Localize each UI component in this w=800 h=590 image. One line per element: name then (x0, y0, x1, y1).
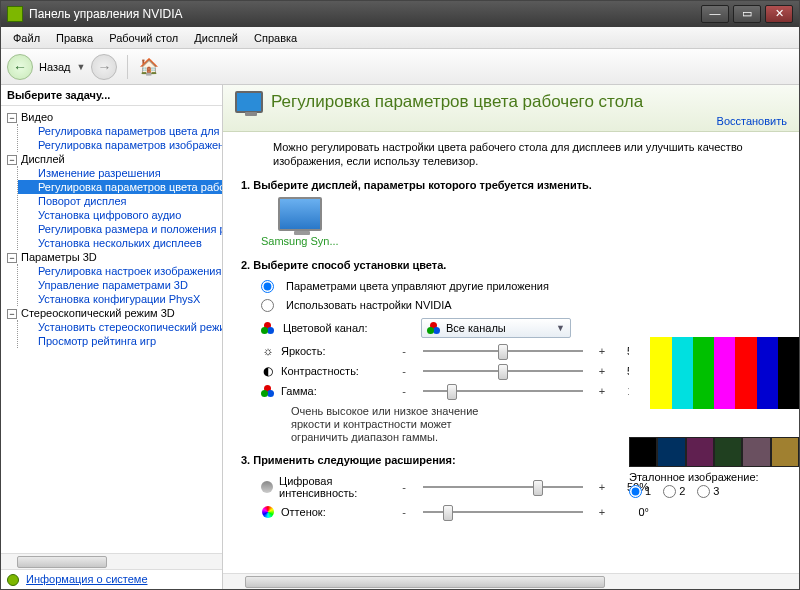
radio-nvidia-row: Использовать настройки NVIDIA (231, 296, 799, 315)
nvidia-dot-icon (7, 574, 19, 586)
gamma-slider[interactable] (423, 390, 583, 392)
hue-icon (261, 505, 275, 519)
page-description: Можно регулировать настройки цвета рабоч… (223, 132, 799, 177)
sidebar-header: Выберите задачу... (1, 85, 222, 106)
home-button[interactable]: 🏠 (138, 56, 160, 78)
channel-dropdown[interactable]: Все каналы ▼ (421, 318, 571, 338)
section-2-title: 2. Выберите способ установки цвета. (231, 257, 799, 277)
main-panel: Регулировка параметров цвета рабочего ст… (223, 85, 799, 589)
ref-opt-1[interactable]: 1 (629, 485, 651, 498)
toolbar: ← Назад ▼ → 🏠 (1, 49, 799, 85)
menu-help[interactable]: Справка (246, 30, 305, 46)
hue-value: 0° (615, 506, 649, 518)
tree-group[interactable]: −Видео (7, 110, 222, 124)
nvidia-icon (7, 6, 23, 22)
tree-item[interactable]: Установка нескольких дисплеев (18, 236, 222, 250)
restore-link[interactable]: Восстановить (235, 115, 787, 127)
main-hscrollbar[interactable] (223, 573, 799, 589)
reference-label: Эталонное изображение: (629, 471, 799, 483)
hue-slider[interactable] (423, 511, 583, 513)
main-header: Регулировка параметров цвета рабочего ст… (223, 85, 799, 132)
slider-knob[interactable] (447, 384, 457, 400)
menu-display[interactable]: Дисплей (186, 30, 246, 46)
tree-item[interactable]: Регулировка параметров цвета для вид (18, 124, 222, 138)
slider-knob[interactable] (443, 505, 453, 521)
menu-file[interactable]: Файл (5, 30, 48, 46)
radio-nvidia[interactable] (261, 299, 274, 312)
tree-group[interactable]: −Дисплей (7, 152, 222, 166)
ref-opt-2[interactable]: 2 (663, 485, 685, 498)
tree-item[interactable]: Установка конфигурации PhysX (18, 292, 222, 306)
tree-item[interactable]: Регулировка параметров цвета рабочег (18, 180, 222, 194)
rgb-icon (261, 322, 275, 334)
monitor-icon (235, 91, 263, 113)
monitor-thumb-icon (278, 197, 322, 231)
swatch-row (629, 437, 799, 467)
ref-opt-3[interactable]: 3 (697, 485, 719, 498)
channel-value: Все каналы (446, 322, 506, 334)
tree-item[interactable]: Установить стереоскопический режим 3 (18, 320, 222, 334)
minimize-button[interactable]: — (701, 5, 729, 23)
titlebar[interactable]: Панель управления NVIDIA — ▭ ✕ (1, 1, 799, 27)
maximize-button[interactable]: ▭ (733, 5, 761, 23)
vibrance-slider[interactable] (423, 486, 583, 488)
sysinfo-link[interactable]: Информация о системе (26, 573, 147, 585)
reference-radios: 1 2 3 (629, 483, 799, 498)
sidebar-hscroll-thumb[interactable] (17, 556, 107, 568)
vibrance-icon (261, 480, 273, 494)
tree-item[interactable]: Установка цифрового аудио (18, 208, 222, 222)
rgb-icon (427, 322, 441, 334)
display-item[interactable]: Samsung Syn... (261, 197, 339, 247)
chevron-down-icon: ▼ (556, 323, 565, 333)
menu-desktop[interactable]: Рабочий стол (101, 30, 186, 46)
tree-toggle[interactable]: − (7, 253, 17, 263)
slider-knob[interactable] (498, 364, 508, 380)
tree-toggle[interactable]: − (7, 155, 17, 165)
color-bars (629, 337, 799, 409)
display-name: Samsung Syn... (261, 235, 339, 247)
sidebar: Выберите задачу... −ВидеоРегулировка пар… (1, 85, 223, 589)
tree-item[interactable]: Управление параметрами 3D (18, 278, 222, 292)
radio-other-apps-label: Параметрами цвета управляют другие прило… (286, 280, 549, 292)
back-button[interactable]: ← (7, 54, 33, 80)
forward-button[interactable]: → (91, 54, 117, 80)
display-selector: Samsung Syn... (231, 197, 799, 257)
contrast-icon: ◐ (261, 364, 275, 378)
tree-group[interactable]: −Параметры 3D (7, 250, 222, 264)
channel-label: Цветовой канал: (283, 322, 413, 334)
sidebar-hscrollbar[interactable] (1, 553, 222, 569)
tree-item[interactable]: Регулировка настроек изображения с пр (18, 264, 222, 278)
close-button[interactable]: ✕ (765, 5, 793, 23)
tree-item[interactable]: Просмотр рейтинга игр (18, 334, 222, 348)
tree-toggle[interactable]: − (7, 309, 17, 319)
task-tree[interactable]: −ВидеоРегулировка параметров цвета для в… (1, 106, 222, 553)
app-window: Панель управления NVIDIA — ▭ ✕ Файл Прав… (0, 0, 800, 590)
slider-knob[interactable] (498, 344, 508, 360)
menubar: Файл Правка Рабочий стол Дисплей Справка (1, 27, 799, 49)
tree-toggle[interactable]: − (7, 113, 17, 123)
brightness-slider[interactable] (423, 350, 583, 352)
tree-item[interactable]: Изменение разрешения (18, 166, 222, 180)
body: Выберите задачу... −ВидеоРегулировка пар… (1, 85, 799, 589)
radio-other-apps[interactable] (261, 280, 274, 293)
page-title: Регулировка параметров цвета рабочего ст… (271, 92, 643, 112)
rgb-icon (261, 385, 275, 397)
sysinfo-row: Информация о системе (1, 569, 222, 589)
preview-panel: Эталонное изображение: 1 2 3 (629, 337, 799, 498)
contrast-slider[interactable] (423, 370, 583, 372)
menu-edit[interactable]: Правка (48, 30, 101, 46)
section-1-title: 1. Выберите дисплей, параметры которого … (231, 177, 799, 197)
tree-group[interactable]: −Стереоскопический режим 3D (7, 306, 222, 320)
main-hscroll-thumb[interactable] (245, 576, 605, 588)
gamma-warning: Очень высокое или низкое значение яркост… (231, 401, 511, 453)
radio-nvidia-label: Использовать настройки NVIDIA (286, 299, 452, 311)
sun-icon: ☼ (261, 344, 275, 358)
tree-item[interactable]: Регулировка параметров изображения д (18, 138, 222, 152)
tree-item[interactable]: Регулировка размера и положения рабо (18, 222, 222, 236)
radio-other-apps-row: Параметрами цвета управляют другие прило… (231, 277, 799, 296)
tree-item[interactable]: Поворот дисплея (18, 194, 222, 208)
main-content: 1. Выберите дисплей, параметры которого … (223, 177, 799, 571)
back-label: Назад (39, 61, 71, 73)
slider-knob[interactable] (533, 480, 543, 496)
window-title: Панель управления NVIDIA (29, 7, 183, 21)
